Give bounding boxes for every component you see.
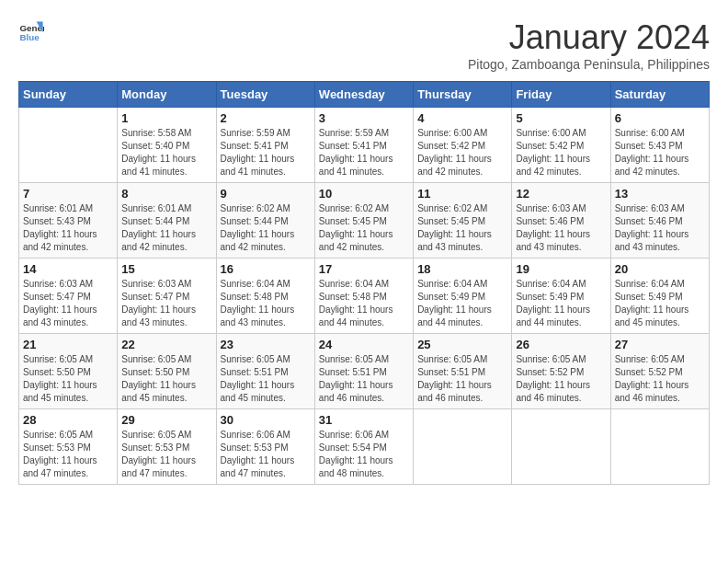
day-number: 27 [615, 338, 705, 351]
day-info: Sunrise: 5:59 AM Sunset: 5:41 PM Dayligh… [221, 127, 311, 178]
day-number: 7 [23, 187, 113, 201]
week-row-5: 28Sunrise: 6:05 AM Sunset: 5:53 PM Dayli… [19, 409, 710, 485]
day-number: 8 [121, 187, 211, 201]
day-info: Sunrise: 6:05 AM Sunset: 5:50 PM Dayligh… [121, 353, 211, 405]
day-number: 22 [121, 338, 211, 351]
day-cell [19, 108, 118, 183]
day-cell: 4Sunrise: 6:00 AM Sunset: 5:42 PM Daylig… [414, 108, 512, 183]
title-block: January 2024 Pitogo, Zamboanga Peninsula… [468, 18, 710, 72]
location-subtitle: Pitogo, Zamboanga Peninsula, Philippines [468, 57, 710, 72]
header-cell-friday: Friday [512, 82, 610, 108]
day-cell: 11Sunrise: 6:02 AM Sunset: 5:45 PM Dayli… [414, 183, 512, 259]
day-cell: 9Sunrise: 6:02 AM Sunset: 5:44 PM Daylig… [216, 183, 314, 259]
day-number: 2 [221, 111, 311, 125]
header-cell-saturday: Saturday [610, 82, 709, 108]
day-info: Sunrise: 6:00 AM Sunset: 5:43 PM Dayligh… [615, 127, 705, 178]
day-number: 14 [23, 262, 113, 276]
day-info: Sunrise: 6:06 AM Sunset: 5:53 PM Dayligh… [221, 429, 311, 480]
svg-text:Blue: Blue [19, 32, 40, 42]
day-cell: 25Sunrise: 6:05 AM Sunset: 5:51 PM Dayli… [414, 334, 512, 409]
day-cell: 18Sunrise: 6:04 AM Sunset: 5:49 PM Dayli… [414, 259, 512, 334]
week-row-3: 14Sunrise: 6:03 AM Sunset: 5:47 PM Dayli… [19, 259, 710, 334]
day-number: 12 [516, 187, 606, 201]
day-cell: 29Sunrise: 6:05 AM Sunset: 5:53 PM Dayli… [118, 409, 216, 485]
day-number: 11 [417, 187, 507, 201]
header-cell-sunday: Sunday [19, 82, 118, 108]
day-number: 21 [23, 338, 113, 351]
day-info: Sunrise: 6:03 AM Sunset: 5:47 PM Dayligh… [23, 278, 113, 329]
header-row: SundayMondayTuesdayWednesdayThursdayFrid… [19, 82, 710, 108]
day-cell: 3Sunrise: 5:59 AM Sunset: 5:41 PM Daylig… [314, 108, 413, 183]
day-info: Sunrise: 6:01 AM Sunset: 5:43 PM Dayligh… [23, 202, 113, 254]
day-info: Sunrise: 6:02 AM Sunset: 5:44 PM Dayligh… [221, 202, 311, 254]
week-row-4: 21Sunrise: 6:05 AM Sunset: 5:50 PM Dayli… [19, 334, 710, 409]
day-cell: 21Sunrise: 6:05 AM Sunset: 5:50 PM Dayli… [19, 334, 118, 409]
page-header: General Blue January 2024 Pitogo, Zamboa… [18, 18, 710, 72]
day-number: 31 [319, 413, 409, 427]
logo-icon: General Blue [18, 18, 44, 44]
day-info: Sunrise: 6:04 AM Sunset: 5:49 PM Dayligh… [417, 278, 507, 329]
day-number: 29 [121, 413, 211, 427]
day-cell: 14Sunrise: 6:03 AM Sunset: 5:47 PM Dayli… [19, 259, 118, 334]
day-info: Sunrise: 6:01 AM Sunset: 5:44 PM Dayligh… [121, 202, 211, 254]
day-number: 16 [221, 262, 311, 276]
day-info: Sunrise: 6:03 AM Sunset: 5:46 PM Dayligh… [615, 202, 705, 254]
day-info: Sunrise: 6:00 AM Sunset: 5:42 PM Dayligh… [417, 127, 507, 178]
day-info: Sunrise: 5:58 AM Sunset: 5:40 PM Dayligh… [121, 127, 211, 178]
day-number: 17 [319, 262, 409, 276]
day-cell [512, 409, 610, 485]
header-cell-thursday: Thursday [414, 82, 512, 108]
day-info: Sunrise: 6:06 AM Sunset: 5:54 PM Dayligh… [319, 429, 409, 480]
day-info: Sunrise: 6:05 AM Sunset: 5:53 PM Dayligh… [121, 429, 211, 480]
day-cell: 2Sunrise: 5:59 AM Sunset: 5:41 PM Daylig… [216, 108, 314, 183]
week-row-1: 1Sunrise: 5:58 AM Sunset: 5:40 PM Daylig… [19, 108, 710, 183]
day-cell: 17Sunrise: 6:04 AM Sunset: 5:48 PM Dayli… [314, 259, 413, 334]
day-info: Sunrise: 6:05 AM Sunset: 5:51 PM Dayligh… [221, 353, 311, 405]
day-cell: 5Sunrise: 6:00 AM Sunset: 5:42 PM Daylig… [512, 108, 610, 183]
day-cell: 19Sunrise: 6:04 AM Sunset: 5:49 PM Dayli… [512, 259, 610, 334]
day-cell: 30Sunrise: 6:06 AM Sunset: 5:53 PM Dayli… [216, 409, 314, 485]
day-number: 23 [221, 338, 311, 351]
day-number: 18 [417, 262, 507, 276]
day-number: 24 [319, 338, 409, 351]
day-number: 5 [516, 111, 606, 125]
day-number: 4 [417, 111, 507, 125]
day-cell: 15Sunrise: 6:03 AM Sunset: 5:47 PM Dayli… [118, 259, 216, 334]
day-cell: 22Sunrise: 6:05 AM Sunset: 5:50 PM Dayli… [118, 334, 216, 409]
day-info: Sunrise: 6:05 AM Sunset: 5:50 PM Dayligh… [23, 353, 113, 405]
day-number: 10 [319, 187, 409, 201]
day-number: 26 [516, 338, 606, 351]
day-cell: 7Sunrise: 6:01 AM Sunset: 5:43 PM Daylig… [19, 183, 118, 259]
day-cell: 23Sunrise: 6:05 AM Sunset: 5:51 PM Dayli… [216, 334, 314, 409]
day-cell: 13Sunrise: 6:03 AM Sunset: 5:46 PM Dayli… [610, 183, 709, 259]
day-number: 3 [319, 111, 409, 125]
day-cell: 24Sunrise: 6:05 AM Sunset: 5:51 PM Dayli… [314, 334, 413, 409]
day-number: 28 [23, 413, 113, 427]
day-info: Sunrise: 6:02 AM Sunset: 5:45 PM Dayligh… [417, 202, 507, 254]
day-info: Sunrise: 6:05 AM Sunset: 5:51 PM Dayligh… [319, 353, 409, 405]
day-number: 13 [615, 187, 705, 201]
day-info: Sunrise: 5:59 AM Sunset: 5:41 PM Dayligh… [319, 127, 409, 178]
header-cell-monday: Monday [118, 82, 216, 108]
day-number: 19 [516, 262, 606, 276]
day-cell: 10Sunrise: 6:02 AM Sunset: 5:45 PM Dayli… [314, 183, 413, 259]
day-info: Sunrise: 6:05 AM Sunset: 5:52 PM Dayligh… [516, 353, 606, 405]
day-number: 9 [221, 187, 311, 201]
day-info: Sunrise: 6:04 AM Sunset: 5:49 PM Dayligh… [615, 278, 705, 329]
day-number: 30 [221, 413, 311, 427]
day-number: 15 [121, 262, 211, 276]
day-number: 25 [417, 338, 507, 351]
day-cell: 28Sunrise: 6:05 AM Sunset: 5:53 PM Dayli… [19, 409, 118, 485]
day-number: 1 [121, 111, 211, 125]
day-info: Sunrise: 6:03 AM Sunset: 5:47 PM Dayligh… [121, 278, 211, 329]
day-cell: 31Sunrise: 6:06 AM Sunset: 5:54 PM Dayli… [314, 409, 413, 485]
header-cell-tuesday: Tuesday [216, 82, 314, 108]
day-cell: 27Sunrise: 6:05 AM Sunset: 5:52 PM Dayli… [610, 334, 709, 409]
logo: General Blue [18, 18, 44, 44]
week-row-2: 7Sunrise: 6:01 AM Sunset: 5:43 PM Daylig… [19, 183, 710, 259]
day-info: Sunrise: 6:04 AM Sunset: 5:48 PM Dayligh… [221, 278, 311, 329]
day-info: Sunrise: 6:05 AM Sunset: 5:51 PM Dayligh… [417, 353, 507, 405]
day-cell: 16Sunrise: 6:04 AM Sunset: 5:48 PM Dayli… [216, 259, 314, 334]
header-cell-wednesday: Wednesday [314, 82, 413, 108]
day-info: Sunrise: 6:00 AM Sunset: 5:42 PM Dayligh… [516, 127, 606, 178]
